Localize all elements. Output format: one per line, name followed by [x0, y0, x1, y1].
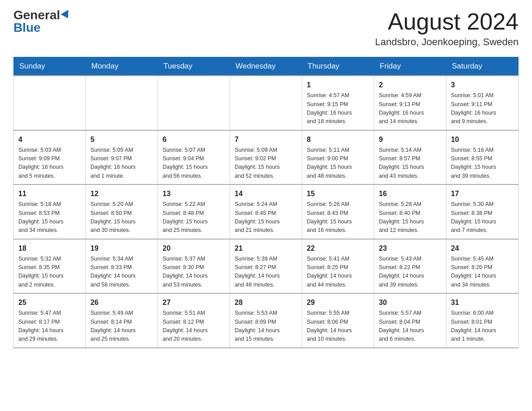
day-number: 31 [451, 297, 514, 308]
day-number: 27 [163, 297, 225, 308]
day-number: 15 [307, 188, 369, 199]
calendar-cell: 31Sunrise: 6:00 AM Sunset: 8:01 PM Dayli… [446, 293, 519, 348]
calendar-cell [230, 76, 302, 130]
day-number: 24 [451, 243, 514, 254]
day-number: 8 [307, 134, 369, 145]
calendar-cell: 12Sunrise: 5:20 AM Sunset: 8:50 PM Dayli… [86, 184, 158, 239]
day-info: Sunrise: 5:39 AM Sunset: 8:27 PM Dayligh… [235, 255, 297, 290]
col-header-wednesday: Wednesday [230, 57, 302, 76]
calendar-cell: 19Sunrise: 5:34 AM Sunset: 8:33 PM Dayli… [86, 239, 158, 294]
day-number: 12 [90, 188, 153, 199]
calendar-week-row: 25Sunrise: 5:47 AM Sunset: 8:17 PM Dayli… [14, 293, 519, 348]
month-title: August 2024 [375, 9, 519, 34]
day-info: Sunrise: 5:11 AM Sunset: 9:00 PM Dayligh… [307, 146, 369, 181]
day-number: 18 [18, 243, 81, 254]
day-number: 29 [307, 297, 369, 308]
calendar-cell: 20Sunrise: 5:37 AM Sunset: 8:30 PM Dayli… [158, 239, 230, 294]
day-info: Sunrise: 5:49 AM Sunset: 8:14 PM Dayligh… [90, 309, 153, 344]
day-info: Sunrise: 5:45 AM Sunset: 8:20 PM Dayligh… [451, 255, 514, 290]
day-number: 25 [18, 297, 81, 308]
day-info: Sunrise: 5:57 AM Sunset: 8:04 PM Dayligh… [379, 309, 442, 344]
day-number: 9 [379, 134, 442, 145]
calendar-cell: 26Sunrise: 5:49 AM Sunset: 8:14 PM Dayli… [86, 293, 158, 348]
day-number: 5 [90, 134, 153, 145]
day-number: 17 [451, 188, 514, 199]
day-info: Sunrise: 5:55 AM Sunset: 8:06 PM Dayligh… [307, 309, 369, 344]
day-number: 13 [163, 188, 225, 199]
calendar-cell: 7Sunrise: 5:09 AM Sunset: 9:02 PM Daylig… [230, 130, 302, 185]
day-info: Sunrise: 5:26 AM Sunset: 8:43 PM Dayligh… [307, 200, 369, 235]
location-subtitle: Landsbro, Joenkoeping, Sweden [375, 36, 519, 48]
calendar-week-row: 4Sunrise: 5:03 AM Sunset: 9:09 PM Daylig… [14, 130, 519, 185]
calendar-cell: 10Sunrise: 5:16 AM Sunset: 8:55 PM Dayli… [446, 130, 519, 185]
calendar-cell [86, 76, 158, 130]
day-number: 3 [451, 80, 514, 90]
day-number: 20 [163, 243, 225, 254]
day-info: Sunrise: 4:59 AM Sunset: 9:13 PM Dayligh… [379, 91, 442, 126]
day-info: Sunrise: 5:22 AM Sunset: 8:48 PM Dayligh… [163, 200, 225, 235]
day-number: 2 [379, 80, 442, 90]
day-info: Sunrise: 6:00 AM Sunset: 8:01 PM Dayligh… [451, 309, 514, 344]
day-info: Sunrise: 5:53 AM Sunset: 8:09 PM Dayligh… [235, 309, 297, 344]
calendar-cell [14, 76, 86, 130]
page-header: General Blue August 2024 Landsbro, Joenk… [13, 9, 519, 48]
day-number: 30 [379, 297, 442, 308]
logo-arrow-icon [61, 10, 72, 21]
day-info: Sunrise: 5:41 AM Sunset: 8:25 PM Dayligh… [307, 255, 369, 290]
day-info: Sunrise: 5:20 AM Sunset: 8:50 PM Dayligh… [90, 200, 153, 235]
calendar-cell: 13Sunrise: 5:22 AM Sunset: 8:48 PM Dayli… [158, 184, 230, 239]
day-number: 21 [235, 243, 297, 254]
logo-blue: Blue [13, 21, 41, 34]
calendar-cell: 27Sunrise: 5:51 AM Sunset: 8:12 PM Dayli… [158, 293, 230, 348]
day-info: Sunrise: 5:16 AM Sunset: 8:55 PM Dayligh… [451, 146, 514, 181]
day-number: 28 [235, 297, 297, 308]
calendar-cell: 11Sunrise: 5:18 AM Sunset: 8:53 PM Dayli… [14, 184, 86, 239]
calendar-cell: 16Sunrise: 5:28 AM Sunset: 8:40 PM Dayli… [374, 184, 446, 239]
day-info: Sunrise: 5:32 AM Sunset: 8:35 PM Dayligh… [18, 255, 81, 290]
calendar-cell: 15Sunrise: 5:26 AM Sunset: 8:43 PM Dayli… [302, 184, 374, 239]
day-info: Sunrise: 5:28 AM Sunset: 8:40 PM Dayligh… [379, 200, 442, 235]
col-header-saturday: Saturday [446, 57, 519, 76]
calendar-cell: 4Sunrise: 5:03 AM Sunset: 9:09 PM Daylig… [14, 130, 86, 185]
day-number: 4 [18, 134, 81, 145]
header-right: August 2024 Landsbro, Joenkoeping, Swede… [375, 9, 519, 48]
day-number: 6 [163, 134, 225, 145]
calendar-cell: 6Sunrise: 5:07 AM Sunset: 9:04 PM Daylig… [158, 130, 230, 185]
calendar-cell: 5Sunrise: 5:05 AM Sunset: 9:07 PM Daylig… [86, 130, 158, 185]
calendar-week-row: 1Sunrise: 4:57 AM Sunset: 9:15 PM Daylig… [14, 76, 519, 130]
day-info: Sunrise: 5:34 AM Sunset: 8:33 PM Dayligh… [90, 255, 153, 290]
day-info: Sunrise: 5:18 AM Sunset: 8:53 PM Dayligh… [18, 200, 81, 235]
day-number: 14 [235, 188, 297, 199]
calendar-cell: 1Sunrise: 4:57 AM Sunset: 9:15 PM Daylig… [302, 76, 374, 130]
calendar-week-row: 11Sunrise: 5:18 AM Sunset: 8:53 PM Dayli… [14, 184, 519, 239]
calendar-cell: 17Sunrise: 5:30 AM Sunset: 8:38 PM Dayli… [446, 184, 519, 239]
day-info: Sunrise: 5:01 AM Sunset: 9:11 PM Dayligh… [451, 91, 514, 126]
day-number: 22 [307, 243, 369, 254]
calendar-cell: 21Sunrise: 5:39 AM Sunset: 8:27 PM Dayli… [230, 239, 302, 294]
calendar-cell: 8Sunrise: 5:11 AM Sunset: 9:00 PM Daylig… [302, 130, 374, 185]
calendar-cell: 2Sunrise: 4:59 AM Sunset: 9:13 PM Daylig… [374, 76, 446, 130]
calendar-cell: 28Sunrise: 5:53 AM Sunset: 8:09 PM Dayli… [230, 293, 302, 348]
col-header-sunday: Sunday [14, 57, 86, 76]
day-info: Sunrise: 4:57 AM Sunset: 9:15 PM Dayligh… [307, 91, 369, 126]
day-info: Sunrise: 5:14 AM Sunset: 8:57 PM Dayligh… [379, 146, 442, 181]
calendar-cell: 23Sunrise: 5:43 AM Sunset: 8:22 PM Dayli… [374, 239, 446, 294]
logo-general: General [13, 9, 60, 21]
calendar-cell: 18Sunrise: 5:32 AM Sunset: 8:35 PM Dayli… [14, 239, 86, 294]
day-info: Sunrise: 5:24 AM Sunset: 8:45 PM Dayligh… [235, 200, 297, 235]
day-info: Sunrise: 5:47 AM Sunset: 8:17 PM Dayligh… [18, 309, 81, 344]
calendar-cell: 25Sunrise: 5:47 AM Sunset: 8:17 PM Dayli… [14, 293, 86, 348]
day-number: 10 [451, 134, 514, 145]
day-number: 23 [379, 243, 442, 254]
col-header-thursday: Thursday [302, 57, 374, 76]
calendar-cell: 14Sunrise: 5:24 AM Sunset: 8:45 PM Dayli… [230, 184, 302, 239]
day-info: Sunrise: 5:30 AM Sunset: 8:38 PM Dayligh… [451, 200, 514, 235]
day-info: Sunrise: 5:07 AM Sunset: 9:04 PM Dayligh… [163, 146, 225, 181]
day-number: 19 [90, 243, 153, 254]
day-number: 26 [90, 297, 153, 308]
calendar-cell: 3Sunrise: 5:01 AM Sunset: 9:11 PM Daylig… [446, 76, 519, 130]
day-info: Sunrise: 5:51 AM Sunset: 8:12 PM Dayligh… [163, 309, 225, 344]
calendar-week-row: 18Sunrise: 5:32 AM Sunset: 8:35 PM Dayli… [14, 239, 519, 294]
calendar-cell: 9Sunrise: 5:14 AM Sunset: 8:57 PM Daylig… [374, 130, 446, 185]
day-number: 7 [235, 134, 297, 145]
